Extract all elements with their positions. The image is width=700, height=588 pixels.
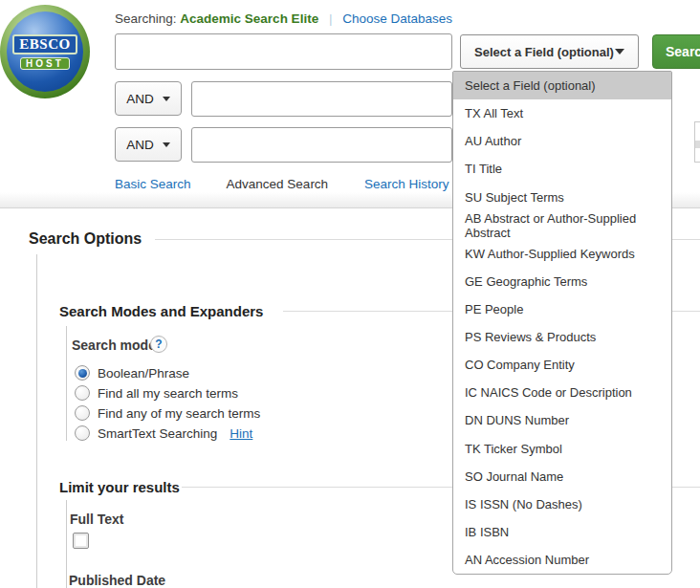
dropdown-option[interactable]: KW Author-Supplied Keywords [453, 240, 671, 268]
dropdown-option[interactable]: TX All Text [453, 99, 671, 127]
chevron-down-icon [163, 97, 170, 101]
radio-option-find-all-terms[interactable]: Find all my search terms [75, 384, 238, 402]
search-mode-nav: Basic Search Advanced Search Search Hist… [115, 177, 481, 191]
ebsco-advanced-search-page: EBSCO HOST Searching: Academic Search El… [0, 0, 700, 588]
dropdown-option[interactable]: IC NAICS Code or Description [453, 379, 671, 406]
dropdown-option[interactable]: AU Author [453, 127, 671, 155]
search-options-title: Search Options [29, 230, 142, 248]
database-name: Academic Search Elite [180, 11, 318, 26]
dropdown-option[interactable]: GE Geographic Terms [453, 268, 671, 295]
search-history-link[interactable]: Search History [364, 177, 449, 191]
dropdown-option[interactable]: DN DUNS Number [453, 406, 671, 434]
full-text-label: Full Text [70, 512, 124, 527]
dropdown-option[interactable]: SO Journal Name [453, 463, 671, 490]
basic-search-link[interactable]: Basic Search [115, 177, 191, 191]
radio-button-icon[interactable] [75, 385, 90, 401]
boolean-operator-dropdown-2[interactable]: AND [115, 81, 182, 116]
dropdown-option[interactable]: TI Title [453, 155, 671, 183]
search-modes-expanders-heading: Search Modes and Expanders [59, 303, 263, 319]
boolean-operator-label: AND [126, 92, 154, 106]
search-term-input-1[interactable] [115, 33, 452, 70]
divider [66, 326, 67, 441]
published-date-label: Published Date [69, 573, 165, 588]
limit-results-heading: Limit your results [59, 479, 180, 495]
search-term-input-3[interactable] [191, 127, 452, 163]
search-button[interactable]: Search [652, 34, 700, 69]
divider [66, 500, 67, 588]
field-select-dropdown-menu: Select a Field (optional) TX All Text AU… [452, 71, 672, 575]
field-select-dropdown-button[interactable]: Select a Field (optional) [460, 34, 639, 69]
logo-text-ebsco: EBSCO [12, 34, 77, 54]
radio-button-icon[interactable] [75, 365, 90, 381]
separator: | [329, 11, 333, 26]
radio-button-icon[interactable] [75, 405, 90, 421]
chevron-down-icon [163, 142, 170, 147]
divider [36, 254, 37, 588]
radio-option-smarttext[interactable]: SmartText Searching Hint [75, 425, 252, 442]
dropdown-option[interactable]: IS ISSN (No Dashes) [453, 490, 671, 518]
dropdown-option[interactable]: SU Subject Terms [453, 184, 671, 211]
hint-link[interactable]: Hint [230, 426, 252, 441]
ebscohost-logo-globe-icon: EBSCO HOST [7, 11, 83, 92]
full-text-checkbox[interactable] [73, 533, 89, 549]
ebscohost-logo[interactable]: EBSCO HOST [0, 5, 90, 98]
add-remove-row-buttons-partial[interactable] [694, 121, 700, 163]
radio-option-find-any-terms[interactable]: Find any of my search terms [75, 404, 260, 422]
dropdown-option[interactable]: PS Reviews & Products [453, 323, 671, 351]
chevron-down-icon [615, 49, 624, 54]
search-term-input-2[interactable] [191, 81, 452, 117]
dropdown-option[interactable]: IB ISBN [453, 518, 671, 546]
dropdown-option[interactable]: CO Company Entity [453, 351, 671, 379]
dropdown-option[interactable]: Select a Field (optional) [453, 72, 671, 99]
radio-button-icon[interactable] [75, 425, 90, 441]
dropdown-option[interactable]: AB Abstract or Author-Supplied Abstract [453, 211, 671, 240]
field-select-label: Select a Field (optional) [474, 45, 615, 59]
dropdown-option[interactable]: AN Accession Number [453, 546, 671, 574]
boolean-operator-label: AND [126, 138, 154, 152]
radio-option-boolean-phrase[interactable]: Boolean/Phrase [75, 364, 189, 381]
searching-label: Searching: [115, 11, 177, 26]
dropdown-option[interactable]: TK Ticker Symbol [453, 435, 671, 463]
advanced-search-current: Advanced Search [227, 177, 329, 191]
searching-status-line: Searching: Academic Search Elite | Choos… [115, 11, 452, 26]
choose-databases-link[interactable]: Choose Databases [342, 11, 452, 26]
dropdown-option[interactable]: PE People [453, 295, 671, 323]
help-icon[interactable]: ? [150, 336, 167, 353]
logo-text-host: HOST [20, 57, 70, 70]
boolean-operator-dropdown-3[interactable]: AND [115, 127, 182, 162]
